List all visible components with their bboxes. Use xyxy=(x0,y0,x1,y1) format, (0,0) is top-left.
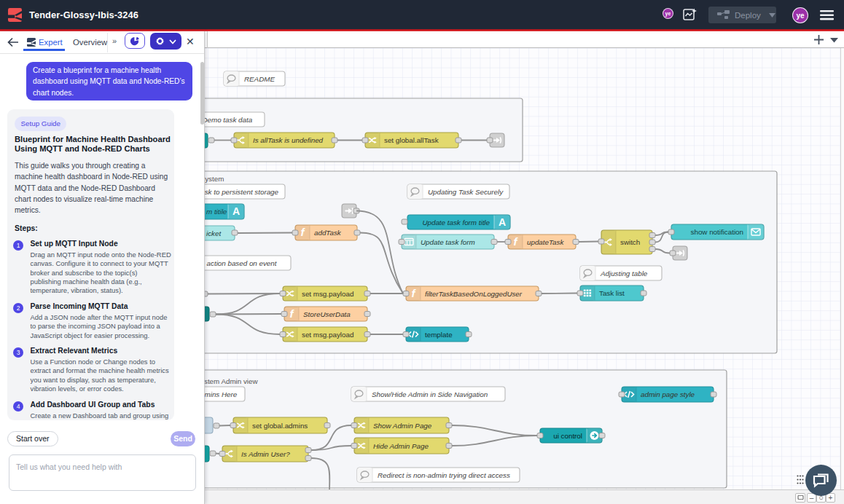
svg-text:set global.allTask: set global.allTask xyxy=(384,136,439,144)
svg-text:set msg.payload: set msg.payload xyxy=(302,290,353,298)
svg-text:set msg.payload: set msg.payload xyxy=(302,331,353,339)
svg-text:Show Admin Page: Show Admin Page xyxy=(373,422,432,430)
svg-text:Update task form title: Update task form title xyxy=(422,218,490,227)
svg-text:Task management system: Task management system xyxy=(205,175,224,183)
svg-text:ui control: ui control xyxy=(553,432,582,440)
svg-text:Updating Task Securely: Updating Task Securely xyxy=(428,188,504,196)
svg-text:switch: switch xyxy=(620,238,640,246)
svg-text:m titile: m titile xyxy=(206,208,227,216)
svg-text:set global.admins: set global.admins xyxy=(252,422,308,430)
svg-text:StoreUserData: StoreUserData xyxy=(303,310,351,318)
svg-text:template: template xyxy=(425,331,453,339)
svg-text:Is allTask is undefined: Is allTask is undefined xyxy=(253,136,324,144)
svg-text:Hide Admin Page: Hide Admin Page xyxy=(373,442,429,450)
svg-text:README: README xyxy=(244,75,275,83)
svg-text:Show/Hide Admin in Side Naviga: Show/Hide Admin in Side Navigation xyxy=(372,390,488,398)
svg-text:filterTaskBasedOnLoggedUser: filterTaskBasedOnLoggedUser xyxy=(425,290,523,298)
svg-text:icket: icket xyxy=(206,229,222,237)
svg-text:Redirect is non-admin trying d: Redirect is non-admin trying direct acce… xyxy=(378,471,510,479)
svg-text:Is Admin User?: Is Admin User? xyxy=(241,450,290,458)
svg-text:show notification: show notification xyxy=(691,228,743,236)
svg-text:Demo task data: Demo task data xyxy=(205,116,253,124)
svg-text:A: A xyxy=(233,205,240,217)
svg-text:Adjusting table: Adjusting table xyxy=(600,269,648,277)
svg-text:addTask: addTask xyxy=(314,229,342,237)
svg-text:Production System Admin view: Production System Admin view xyxy=(205,377,258,385)
svg-text:admin page style: admin page style xyxy=(641,390,695,398)
svg-text:Task list: Task list xyxy=(599,289,625,297)
svg-text:Take action based on event: Take action based on event xyxy=(205,259,278,267)
svg-text:Save task to persistent storag: Save task to persistent storage xyxy=(205,188,279,196)
svg-text:Update task form: Update task form xyxy=(421,238,475,246)
svg-text:A: A xyxy=(499,216,506,228)
svg-text:updateTask: updateTask xyxy=(527,238,564,246)
svg-text:Set Admins Here: Set Admins Here xyxy=(205,390,238,398)
